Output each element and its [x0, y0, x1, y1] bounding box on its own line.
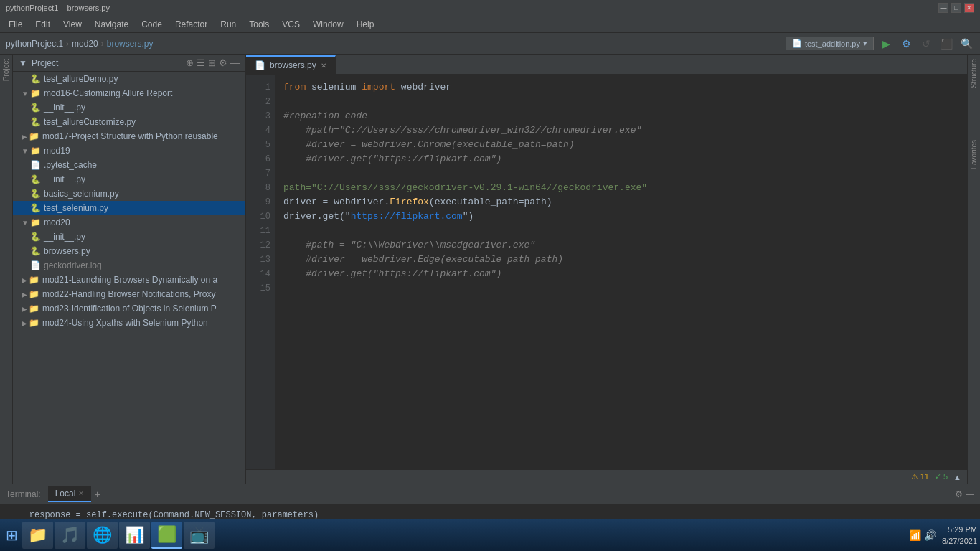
taskbar-excel[interactable]: 📊: [119, 522, 150, 549]
tree-item[interactable]: 🐍test_allureDemo.py: [13, 72, 245, 86]
collapse-all-icon[interactable]: ☰: [197, 57, 205, 68]
breadcrumb-project[interactable]: pythonProject1: [6, 39, 63, 49]
tab-close-icon[interactable]: ✕: [321, 62, 326, 70]
breadcrumb-sep2: ›: [101, 39, 104, 49]
start-button[interactable]: ⊞: [3, 522, 21, 549]
line-number: 9: [246, 195, 270, 209]
title-bar: pythonProject1 – browsers.py — □ ✕: [0, 0, 980, 16]
minimize-panel-icon[interactable]: —: [230, 57, 240, 68]
pycharm-icon: 🟩: [157, 525, 176, 544]
tree-item[interactable]: 🐍test_selenium.py: [13, 201, 245, 215]
menu-item-file[interactable]: File: [3, 18, 28, 31]
menu-item-help[interactable]: Help: [351, 18, 380, 31]
menu-item-navigate[interactable]: Navigate: [89, 18, 134, 31]
editor-tab-browsers-py[interactable]: 📄 browsers.py ✕: [246, 55, 336, 74]
tree-item[interactable]: 🐍__init__.py: [13, 230, 245, 244]
menu-item-code[interactable]: Code: [136, 18, 168, 31]
code-line: driver.get("https://flipkart.com"): [283, 209, 961, 224]
maximize-button[interactable]: □: [951, 3, 961, 13]
terminal-settings[interactable]: ⚙ —: [955, 489, 974, 499]
tree-item[interactable]: 🐍__init__.py: [13, 172, 245, 187]
minimize-button[interactable]: —: [938, 3, 948, 13]
taskbar-explorer[interactable]: 📁: [22, 522, 53, 549]
tree-item[interactable]: 🐍__init__.py: [13, 100, 245, 115]
terminal-tab-local[interactable]: Local ✕: [48, 486, 92, 502]
line-number: 3: [246, 109, 270, 123]
build-button[interactable]: ⚙: [898, 36, 914, 52]
tree-item[interactable]: 🐍basics_selenium.py: [13, 187, 245, 201]
warning-count: ⚠ 11: [911, 472, 929, 481]
search-button[interactable]: 🔍: [958, 36, 974, 52]
code-line: #driver = webdriver.Chrome(executable_pa…: [283, 138, 961, 152]
editor-area: 📄 browsers.py ✕ 123456789101112131415 fr…: [246, 55, 967, 484]
menu-item-tools[interactable]: Tools: [243, 18, 275, 31]
tree-item[interactable]: 📄.pytest_cache: [13, 158, 245, 172]
taskbar-chrome[interactable]: 🌐: [87, 522, 118, 549]
run-config-chevron: ▾: [863, 39, 867, 48]
menu-item-run[interactable]: Run: [215, 18, 242, 31]
clock-date: 8/27/2021: [942, 535, 977, 547]
tree-item[interactable]: ▶📁mod22-Handling Browser Notifications, …: [13, 287, 245, 301]
terminal-add-tab[interactable]: +: [94, 489, 100, 500]
project-side-label[interactable]: Project: [0, 55, 12, 85]
code-line: path="C://Users//sss//geckodriver-v0.29.…: [283, 181, 961, 195]
taskbar-pycharm[interactable]: 🟩: [151, 522, 182, 549]
line-number: 8: [246, 181, 270, 195]
structure-side-label[interactable]: Structure: [968, 55, 980, 93]
media-icon: 🎵: [60, 526, 80, 545]
tree-item[interactable]: ▼📁mod19: [13, 143, 245, 158]
line-number: 5: [246, 138, 270, 152]
favorites-side-label[interactable]: Favorites: [968, 136, 980, 174]
tree-item[interactable]: 📄geckodriver.log: [13, 258, 245, 273]
rerun-button[interactable]: ↺: [918, 36, 934, 52]
taskbar-powershell[interactable]: 📺: [184, 522, 215, 549]
line-number: 11: [246, 224, 270, 238]
code-editor: 123456789101112131415 from selenium impo…: [246, 75, 967, 469]
scroll-up-icon[interactable]: ▲: [953, 473, 961, 481]
line-number: 12: [246, 238, 270, 253]
terminal-tab-close[interactable]: ✕: [78, 489, 84, 497]
menu-item-view[interactable]: View: [57, 18, 88, 31]
code-line: from selenium import webdriver: [283, 80, 961, 95]
title-text: pythonProject1 – browsers.py: [6, 4, 110, 12]
breadcrumb-file[interactable]: browsers.py: [107, 39, 154, 49]
add-icon[interactable]: ⊕: [186, 57, 194, 68]
tree-item[interactable]: 🐍test_allureCustomize.py: [13, 115, 245, 129]
line-number: 2: [246, 95, 270, 109]
tree-item[interactable]: ▶📁mod21-Launching Browsers Dynamically o…: [13, 273, 245, 287]
menu-item-refactor[interactable]: Refactor: [169, 18, 213, 31]
taskbar-media[interactable]: 🎵: [55, 522, 85, 549]
run-button[interactable]: ▶: [878, 36, 894, 52]
run-config-label: test_addition.py: [805, 39, 860, 48]
close-button[interactable]: ✕: [964, 3, 974, 13]
stop-button[interactable]: ⬛: [938, 36, 954, 52]
clock-time: 5:29 PM: [942, 524, 977, 535]
code-content[interactable]: from selenium import webdriver#repeation…: [275, 75, 967, 469]
volume-icon: 🔊: [924, 529, 936, 541]
tree-item[interactable]: ▶📁mod24-Using Xpaths with Selenium Pytho…: [13, 316, 245, 330]
tree-item[interactable]: 🐍browsers.py: [13, 244, 245, 258]
menu-item-window[interactable]: Window: [307, 18, 349, 31]
run-config-icon: 📄: [792, 39, 802, 48]
taskbar: ⊞ 📁 🎵 🌐 📊 🟩 📺 📶 🔊 5:29 PM 8/27/2021: [0, 519, 980, 551]
expand-icon[interactable]: ⊞: [208, 57, 216, 68]
menu-item-edit[interactable]: Edit: [29, 18, 56, 31]
run-config-selector[interactable]: 📄 test_addition.py ▾: [786, 37, 874, 50]
tree-item[interactable]: ▼📁mod20: [13, 215, 245, 230]
line-numbers: 123456789101112131415: [246, 75, 275, 469]
tree-item[interactable]: ▶📁mod23-Identification of Objects in Sel…: [13, 301, 245, 316]
clock[interactable]: 5:29 PM 8/27/2021: [942, 524, 977, 547]
menu-item-vcs[interactable]: VCS: [276, 18, 306, 31]
code-line: [283, 166, 961, 181]
code-line: #path = "C:\\Webdriver\\msedgedriver.exe…: [283, 238, 961, 253]
settings-icon[interactable]: ⚙: [219, 57, 227, 68]
tab-label: browsers.py: [270, 60, 316, 70]
breadcrumb-mod[interactable]: mod20: [72, 39, 98, 49]
tree-item[interactable]: ▼📁mod16-Customizing Allure Report: [13, 86, 245, 100]
tab-icon: 📄: [255, 60, 265, 70]
line-number: 13: [246, 253, 270, 267]
chrome-icon: 🌐: [93, 526, 112, 545]
editor-info-bar: ⚠ 11 ✓ 5 ▲: [246, 469, 967, 484]
editor-tabs: 📄 browsers.py ✕: [246, 55, 967, 75]
tree-item[interactable]: ▶📁mod17-Project Structure with Python re…: [13, 129, 245, 143]
